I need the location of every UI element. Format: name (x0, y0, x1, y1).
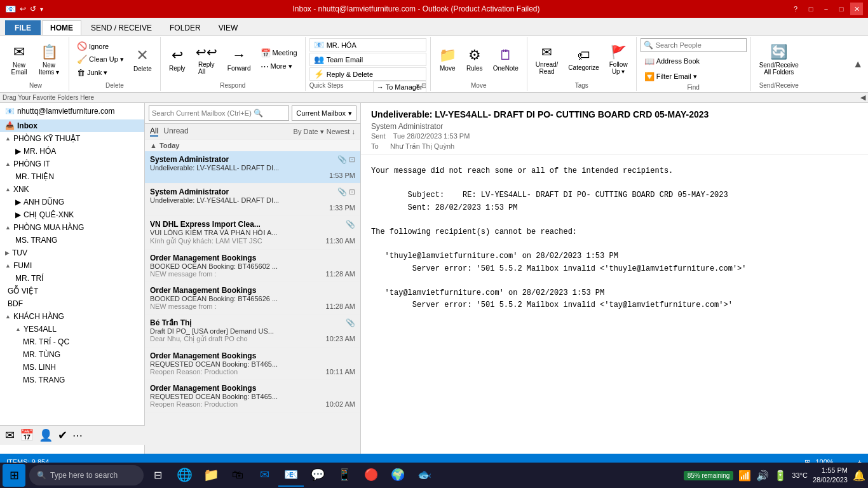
email-item-7[interactable]: Order Management Bookings REQUESTED OCEA… (145, 348, 360, 380)
sidebar-item-go-viet[interactable]: GỖ VIỆT (0, 285, 144, 297)
wifi-icon[interactable]: 📶 (738, 470, 751, 482)
taskbar-clock[interactable]: 1:55 PM 28/02/2023 (813, 466, 848, 485)
more-nav-btn[interactable]: ⋯ (72, 430, 83, 442)
to-manager-button[interactable]: → To Manager (373, 81, 426, 93)
sidebar-item-phong-it[interactable]: ▲ PHÒNG IT (0, 158, 144, 170)
sidebar-item-anh-dung[interactable]: ▶ ANH DŨNG (0, 196, 144, 208)
tab-file[interactable]: FILE (5, 20, 41, 35)
sidebar-item-chi-que[interactable]: ▶ CHỊ QUÊ-XNK (0, 208, 144, 221)
move-button[interactable]: 📁 Move (435, 41, 461, 78)
sidebar-item-khach-hang[interactable]: ▲ KHÁCH HÀNG (0, 310, 144, 323)
sidebar-item-ms-trang-mh[interactable]: MS. TRANG (0, 234, 144, 247)
clean-up-button[interactable]: 🧹 Clean Up ▾ (73, 53, 128, 66)
reply-button[interactable]: ↩ Reply (165, 41, 190, 78)
taskbar-task-view[interactable]: ⊟ (145, 464, 170, 487)
sidebar-item-tuv[interactable]: ▶ TUV (0, 247, 144, 259)
email-item-3[interactable]: VN DHL Express Import Clea... 📎 VUI LÒNG… (145, 216, 360, 250)
taskbar-chrome[interactable]: 🌍 (385, 464, 410, 487)
taskbar-mail[interactable]: ✉ (252, 464, 277, 487)
email-search-box[interactable]: 🔍 (149, 105, 289, 121)
follow-up-button[interactable]: 🚩 FollowUp ▾ (605, 41, 632, 78)
team-email-step[interactable]: 👥 Team Email (309, 53, 426, 66)
email-item-1[interactable]: System Administrator 📎 ⊡ Undeliverable: … (145, 151, 360, 184)
sidebar-item-xnk[interactable]: ▲ XNK (0, 183, 144, 196)
ribbon-collapse-btn[interactable]: ▲ (853, 58, 863, 70)
close-btn[interactable]: ✕ (850, 3, 863, 15)
sidebar-item-ms-trang[interactable]: MS. TRANG (0, 374, 144, 386)
junk-button[interactable]: 🗑 Junk ▾ (73, 67, 128, 79)
meeting-button[interactable]: 📅 Meeting (257, 46, 301, 59)
email-item-2[interactable]: System Administrator 📎 ⊡ Undeliverable: … (145, 184, 360, 216)
restore-btn[interactable]: □ (804, 3, 817, 15)
filter-unread[interactable]: Unread (163, 126, 188, 137)
email-item-5[interactable]: Order Management Bookings BOOKED OCEAN B… (145, 282, 360, 315)
account-item[interactable]: 📧 nhuttq@lamvietfurniture.com (0, 103, 144, 119)
reply-all-button[interactable]: ↩↩ ReplyAll (191, 41, 222, 78)
taskbar-edge[interactable]: 🌐 (172, 464, 197, 487)
taskbar-outlook[interactable]: 📧 (278, 464, 304, 487)
email-item-4[interactable]: Order Management Bookings BOOKED OCEAN B… (145, 250, 360, 282)
email-search-input[interactable] (152, 109, 254, 117)
mr-hoa-step[interactable]: 📧 MR. HÓA (309, 38, 426, 51)
sidebar-item-phong-mua-hang[interactable]: ▲ PHÒNG MUA HÀNG (0, 221, 144, 234)
address-book-button[interactable]: 📖 Address Book (641, 55, 747, 67)
sidebar-item-mr-hoa[interactable]: ▶ MR. HÓA (0, 145, 144, 158)
taskbar-search[interactable]: 🔍 Type here to search (29, 465, 144, 485)
mailbox-selector[interactable]: Current Mailbox ▾ (292, 105, 356, 121)
contacts-nav-icon[interactable]: 👤 (39, 428, 53, 442)
sort-by-date[interactable]: By Date ▾ (294, 128, 324, 136)
taskbar-zalo[interactable]: 💬 (305, 464, 330, 487)
quick-undo[interactable]: ↩ (20, 4, 26, 13)
tab-folder[interactable]: FOLDER (161, 20, 209, 35)
sidebar-item-inbox[interactable]: 📥 Inbox (0, 119, 144, 132)
delete-button[interactable]: ✕ Delete (129, 41, 156, 78)
filter-email-button[interactable]: 🔽 Filter Email ▾ (641, 70, 747, 83)
sidebar-item-ms-linh[interactable]: MS. LINH (0, 361, 144, 374)
reply-delete-step[interactable]: ⚡ Reply & Delete (309, 67, 426, 81)
sidebar-item-mr-tri-qc[interactable]: MR. TRÍ - QC (0, 336, 144, 348)
volume-icon[interactable]: 🔊 (756, 470, 769, 482)
quick-redo[interactable]: ↺ (30, 4, 36, 13)
tab-send-receive[interactable]: SEND / RECEIVE (83, 20, 160, 35)
more-respond-button[interactable]: ⋯ More ▾ (257, 60, 301, 72)
taskbar-app11[interactable]: 🐟 (412, 464, 437, 487)
unread-read-button[interactable]: ✉ Unread/Read (531, 41, 563, 78)
email-item-6[interactable]: Bé Trần Thị 📎 Draft DI PO_ [USA order] D… (145, 315, 360, 348)
forward-button[interactable]: → Forward (223, 41, 255, 78)
sidebar-item-mr-tung[interactable]: MR. TÙNG (0, 348, 144, 361)
taskbar-store[interactable]: 🛍 (225, 464, 250, 487)
send-receive-all-button[interactable]: 🔄 Send/ReceiveAll Folders (755, 41, 803, 78)
start-button[interactable]: ⊞ (3, 464, 25, 487)
taskbar-viber[interactable]: 📱 (332, 464, 357, 487)
taskbar-app9[interactable]: 🔴 (358, 464, 384, 487)
rules-button[interactable]: ⚙ Rules (462, 41, 487, 78)
sidebar-item-bdf[interactable]: BDF (0, 297, 144, 310)
new-email-button[interactable]: ✉ NewEmail (6, 41, 32, 78)
sidebar-collapse-btn[interactable]: ◀ (860, 93, 865, 102)
maximize-btn[interactable]: □ (835, 3, 848, 15)
sidebar-item-yes4all[interactable]: ▲ YES4ALL (0, 323, 144, 336)
search-people-box[interactable]: 🔍 (641, 38, 747, 52)
sidebar-item-mr-thien[interactable]: MR. THIỆN (0, 170, 144, 183)
sidebar-item-fumi[interactable]: ▲ FUMI (0, 259, 144, 272)
battery-icon[interactable]: 🔋 (774, 470, 787, 482)
notifications-icon[interactable]: 🔔 (853, 470, 865, 482)
calendar-nav-icon[interactable]: 📅 (20, 428, 34, 442)
sidebar-item-mr-tri[interactable]: MR. TRÍ (0, 272, 144, 285)
ignore-button[interactable]: 🚫 Ignore (73, 40, 128, 53)
sort-order[interactable]: Newest ↓ (327, 128, 355, 135)
search-people-input[interactable] (656, 41, 738, 49)
categorize-button[interactable]: 🏷 Categorize (564, 41, 603, 78)
onenote-button[interactable]: 🗒 OneNote (489, 41, 523, 78)
tab-home[interactable]: HOME (42, 20, 81, 35)
mail-nav-icon[interactable]: ✉ (5, 428, 15, 442)
filter-all[interactable]: All (150, 126, 158, 137)
minimize-btn[interactable]: − (820, 3, 832, 15)
sidebar-item-phong-ky-thuat[interactable]: ▲ PHÒNG KỸ THUẬT (0, 132, 144, 145)
tab-view[interactable]: VIEW (210, 20, 247, 35)
tasks-nav-icon[interactable]: ✔ (58, 428, 67, 442)
taskbar-file-explorer[interactable]: 📁 (198, 464, 224, 487)
email-item-8[interactable]: Order Management Bookings REQUESTED OCEA… (145, 380, 360, 412)
new-items-button[interactable]: 📋 NewItems ▾ (33, 41, 65, 78)
help-btn[interactable]: ? (789, 3, 802, 15)
